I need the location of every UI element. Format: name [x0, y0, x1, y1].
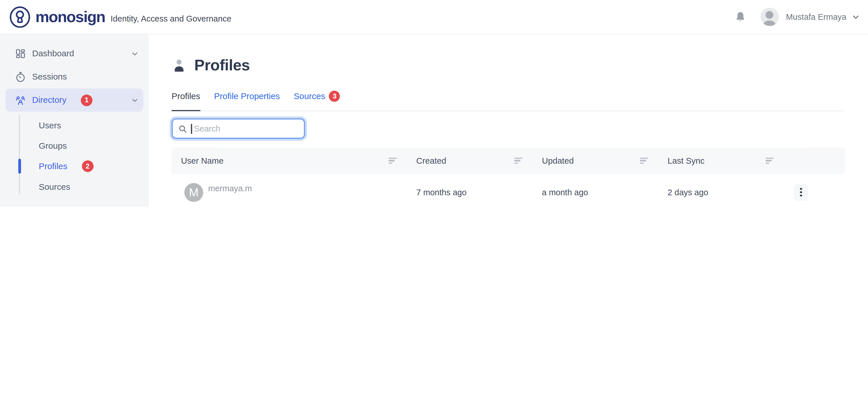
row-actions-menu-button[interactable]: [794, 184, 808, 201]
row-username: mermaya.m: [208, 184, 252, 193]
sort-icon[interactable]: [766, 157, 774, 164]
sidebar-item-profiles[interactable]: Profiles 2: [0, 156, 149, 176]
sort-icon[interactable]: [389, 157, 397, 164]
sidebar-item-label: Groups: [39, 141, 67, 151]
sidebar-item-applications[interactable]: Applications: [0, 201, 149, 207]
topbar: monosign Identity, Access and Governance…: [0, 0, 868, 34]
actions-cell: [781, 174, 845, 207]
updated-cell: a month ago: [530, 174, 655, 207]
sources-tab-badge: 3: [329, 91, 340, 102]
sidebar-item-users[interactable]: Users: [0, 115, 149, 136]
table-row[interactable]: M mermaya.m 7 months ago a month ago 2 d…: [172, 174, 845, 207]
page-header: Profiles: [172, 56, 868, 74]
sidebar-item-label: Dashboard: [32, 48, 74, 59]
sidebar-item-label: Profiles: [39, 161, 67, 171]
sidebar-item-sessions[interactable]: Sessions: [0, 65, 149, 89]
column-header-username[interactable]: User Name: [172, 147, 404, 174]
chevron-down-icon[interactable]: [851, 12, 860, 21]
avatar-head: [766, 11, 773, 19]
sidebar-item-directory[interactable]: Directory 1: [5, 89, 144, 112]
table-header: User Name Created Updated Last Sync: [172, 147, 845, 174]
brand-wordmark: monosign: [35, 8, 105, 26]
profiles-table: User Name Created Updated Last Sync: [172, 147, 845, 207]
sidebar-item-label: Sessions: [32, 72, 67, 82]
keyhole-icon: [9, 6, 31, 28]
sidebar-item-label: Directory: [32, 95, 66, 105]
search-input[interactable]: [193, 124, 305, 134]
main-content: Profiles Profiles Profile Properties Sou…: [149, 34, 868, 207]
tab-bar: Profiles Profile Properties Sources 3: [172, 91, 845, 111]
stopwatch-icon: [15, 71, 26, 82]
sort-icon[interactable]: [640, 157, 648, 164]
column-header-updated[interactable]: Updated: [530, 147, 655, 174]
topbar-right: Mustafa Ermaya: [734, 8, 860, 26]
chevron-down-icon: [131, 96, 139, 104]
user-menu-name[interactable]: Mustafa Ermaya: [786, 12, 846, 22]
sidebar-item-groups[interactable]: Groups: [0, 136, 149, 156]
users-group-icon: [15, 95, 26, 106]
brand-tagline: Identity, Access and Governance: [111, 13, 231, 23]
sidebar-item-sources[interactable]: Sources: [0, 176, 149, 197]
page-title: Profiles: [194, 56, 250, 74]
avatar-shoulders: [763, 21, 777, 26]
created-cell: 7 months ago: [404, 174, 530, 207]
app-window: monosign Identity, Access and Governance…: [0, 0, 868, 207]
person-icon: [172, 58, 187, 73]
search-box: [172, 118, 305, 139]
brand-logo[interactable]: monosign: [9, 6, 105, 28]
tab-profiles[interactable]: Profiles: [172, 91, 200, 110]
chevron-down-icon: [131, 49, 139, 58]
sidebar-item-label: Sources: [39, 182, 70, 192]
directory-submenu: Users Groups Profiles 2 Sources: [0, 112, 149, 197]
sidebar-item-label: Users: [39, 120, 61, 130]
tab-profile-properties[interactable]: Profile Properties: [214, 91, 280, 110]
column-header-created[interactable]: Created: [404, 147, 530, 174]
sidebar: Dashboard Sessions Directory 1: [0, 34, 149, 207]
directory-badge: 1: [81, 94, 92, 106]
column-header-last-sync[interactable]: Last Sync: [655, 147, 781, 174]
sidebar-item-dashboard[interactable]: Dashboard: [0, 42, 149, 65]
last-sync-cell: 2 days ago: [655, 174, 781, 207]
bell-icon[interactable]: [734, 11, 746, 23]
user-avatar[interactable]: [761, 8, 779, 26]
search-icon: [178, 124, 187, 133]
active-submenu-indicator: [18, 159, 21, 174]
tab-sources[interactable]: Sources 3: [294, 91, 340, 110]
column-header-actions: [781, 147, 845, 174]
row-avatar: M: [184, 183, 203, 202]
username-cell: M mermaya.m: [172, 174, 404, 207]
text-caret: [191, 124, 192, 134]
dashboard-icon: [15, 48, 26, 60]
sort-icon[interactable]: [514, 157, 523, 164]
profiles-badge: 2: [82, 161, 93, 172]
